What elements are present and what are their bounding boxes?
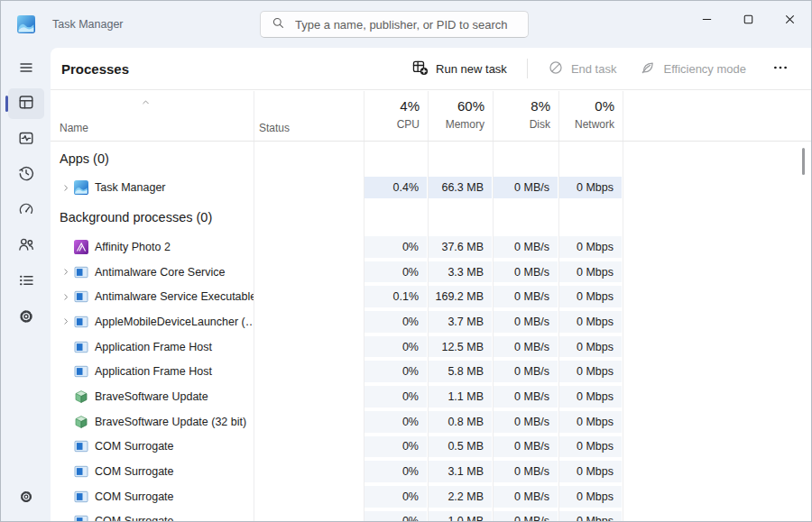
- process-name-cell: Affinity Photo 2: [51, 234, 254, 260]
- process-row[interactable]: COM Surrogate0%0.5 MB0 MB/s0 Mbps: [51, 435, 811, 460]
- process-row[interactable]: COM Surrogate0%1.0 MB0 MB/s0 Mbps: [51, 509, 811, 521]
- process-row[interactable]: Antimalware Core Service0%3.3 MB0 MB/s0 …: [51, 260, 811, 285]
- cpu-cell: 0%: [364, 309, 428, 334]
- close-button[interactable]: [769, 2, 810, 40]
- sidebar-item-processes[interactable]: [8, 88, 44, 119]
- process-row[interactable]: Application Frame Host0%5.8 MB0 MB/s0 Mb…: [51, 359, 811, 384]
- process-row[interactable]: AppleMobileDeviceLauncher (…0%3.7 MB0 MB…: [51, 309, 811, 334]
- process-row[interactable]: COM Surrogate0%3.1 MB0 MB/s0 Mbps: [51, 459, 811, 484]
- memory-value: 66.3 MB: [429, 177, 492, 198]
- process-name-cell: Task Manager: [51, 175, 254, 200]
- process-row[interactable]: BraveSoftware Update (32 bit)0%0.8 MB0 M…: [51, 409, 811, 435]
- memory-cell: 5.8 MB: [428, 359, 493, 384]
- column-header-status[interactable]: Status: [259, 122, 290, 134]
- disk-value: 0 MB/s: [494, 461, 558, 482]
- process-name-cell: COM Surrogate: [51, 459, 254, 484]
- process-row[interactable]: BraveSoftware Update0%1.1 MB0 MB/s0 Mbps: [51, 384, 811, 409]
- disk-cell: 0 MB/s: [493, 384, 558, 409]
- memory-value: 0.8 MB: [429, 411, 492, 433]
- sidebar-item-services[interactable]: [8, 303, 44, 334]
- window-controls: [686, 2, 810, 40]
- network-value: 0 Mbps: [559, 436, 622, 458]
- expand-chevron-icon[interactable]: [58, 267, 74, 277]
- memory-total-usage: 60%: [428, 97, 484, 115]
- network-value: 0 Mbps: [559, 361, 622, 382]
- process-row[interactable]: COM Surrogate0%2.2 MB0 MB/s0 Mbps: [51, 484, 811, 509]
- disk-cell: 0 MB/s: [493, 435, 558, 460]
- process-name: COM Surrogate: [95, 515, 174, 521]
- group-header[interactable]: Background processes (0): [51, 200, 811, 234]
- memory-value: 3.3 MB: [429, 261, 492, 283]
- memory-value: 12.5 MB: [429, 336, 492, 358]
- network-cell: 0 Mbps: [558, 459, 623, 484]
- disk-value: 0 MB/s: [494, 436, 558, 458]
- disk-cell: 0 MB/s: [493, 309, 558, 334]
- disk-cell: 0 MB/s: [493, 260, 558, 285]
- column-header-network[interactable]: 0% Network: [558, 90, 623, 141]
- menu-button[interactable]: [12, 55, 41, 84]
- network-cell: 0 Mbps: [558, 175, 623, 200]
- disk-cell: 0 MB/s: [493, 284, 558, 309]
- sidebar-item-startup-apps[interactable]: [8, 196, 44, 226]
- disk-cell: 0 MB/s: [493, 459, 558, 484]
- more-options-button[interactable]: [762, 54, 798, 84]
- memory-value: 0.5 MB: [429, 436, 492, 458]
- maximize-button[interactable]: [727, 2, 769, 40]
- status-cell: [254, 409, 364, 435]
- process-name: Application Frame Host: [95, 365, 212, 378]
- memory-cell: 169.2 MB: [428, 284, 493, 309]
- expand-chevron-icon[interactable]: [58, 316, 74, 326]
- cpu-cell: 0%: [364, 260, 428, 285]
- cpu-value: 0%: [364, 511, 427, 521]
- sidebar-item-app-history[interactable]: [8, 160, 44, 190]
- memory-cell: 1.0 MB: [428, 509, 493, 521]
- hamburger-icon: [17, 59, 35, 80]
- process-name-cell: Antimalware Service Executable: [51, 284, 254, 309]
- status-cell: [254, 509, 364, 521]
- cpu-value: 0%: [364, 386, 427, 408]
- memory-cell: 3.3 MB: [428, 260, 493, 285]
- sidebar-item-details[interactable]: [8, 267, 44, 298]
- end-task-button[interactable]: End task: [540, 55, 624, 83]
- process-row[interactable]: Antimalware Service Executable0.1%169.2 …: [51, 284, 811, 309]
- network-cell: 0 Mbps: [558, 484, 623, 509]
- efficiency-mode-label: Efficiency mode: [663, 62, 746, 76]
- column-header-memory[interactable]: 60% Memory: [428, 90, 493, 141]
- cpu-cell: 0.1%: [364, 284, 428, 309]
- disk-value: 0 MB/s: [494, 286, 558, 307]
- vertical-scrollbar[interactable]: [802, 148, 805, 175]
- search-input[interactable]: Type a name, publisher, or PID to search: [260, 11, 529, 38]
- group-label: Apps (0): [60, 151, 109, 166]
- users-icon: [17, 235, 35, 257]
- group-header[interactable]: Apps (0): [51, 142, 811, 175]
- performance-icon: [17, 129, 35, 151]
- sidebar-item-users[interactable]: [8, 231, 44, 261]
- memory-cell: 0.5 MB: [428, 435, 493, 460]
- process-row[interactable]: Task Manager0.4%66.3 MB0 MB/s0 Mbps: [51, 175, 811, 200]
- process-row[interactable]: Application Frame Host0%12.5 MB0 MB/s0 M…: [51, 334, 811, 360]
- sidebar-item-performance[interactable]: [8, 124, 44, 155]
- sidebar-item-settings[interactable]: [8, 483, 44, 514]
- column-header-cpu[interactable]: 4% CPU: [364, 90, 428, 141]
- run-new-task-button[interactable]: Run new task: [404, 54, 514, 83]
- cpu-column-label: CPU: [364, 118, 420, 131]
- memory-value: 3.1 MB: [429, 461, 492, 482]
- disk-cell: 0 MB/s: [493, 234, 558, 260]
- network-value: 0 Mbps: [559, 461, 622, 482]
- efficiency-mode-button[interactable]: Efficiency mode: [632, 55, 753, 83]
- column-header-disk[interactable]: 8% Disk: [493, 90, 558, 141]
- process-row[interactable]: Affinity Photo 20%37.6 MB0 MB/s0 Mbps: [51, 234, 811, 260]
- network-cell: 0 Mbps: [558, 409, 623, 435]
- status-cell: [254, 435, 364, 460]
- minimize-button[interactable]: [686, 2, 727, 40]
- processes-icon: [17, 93, 35, 114]
- process-name: Affinity Photo 2: [95, 241, 171, 253]
- status-cell: [254, 384, 364, 409]
- memory-value: 1.0 MB: [429, 511, 492, 521]
- expand-chevron-icon[interactable]: [58, 292, 74, 302]
- status-cell: [254, 175, 364, 200]
- memory-column-label: Memory: [428, 118, 484, 131]
- column-header-name[interactable]: Name: [60, 122, 88, 134]
- expand-chevron-icon[interactable]: [58, 183, 74, 193]
- search-placeholder: Type a name, publisher, or PID to search: [295, 18, 508, 32]
